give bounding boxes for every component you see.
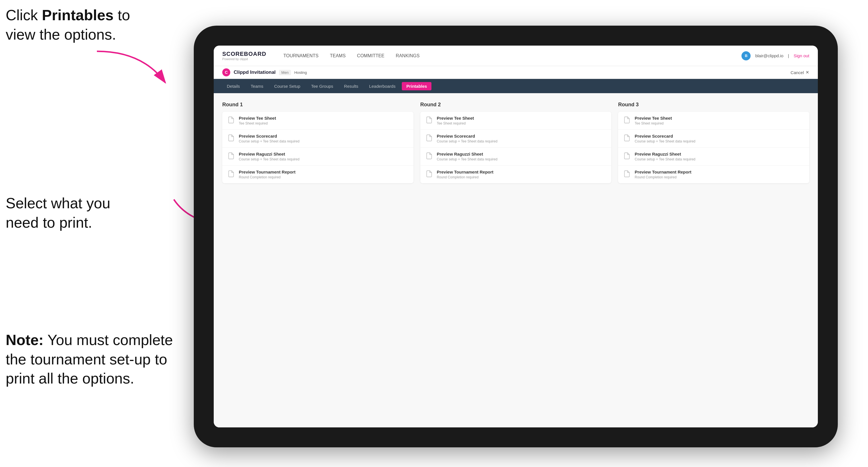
r1-report-title: Preview Tournament Report — [239, 169, 296, 175]
round-2-raguzzi[interactable]: Preview Raguzzi Sheet Course setup + Tee… — [420, 148, 612, 165]
nav-teams[interactable]: TEAMS — [330, 52, 346, 60]
instruction-bottom: Note: You must complete the tournament s… — [6, 331, 182, 388]
logo-subtitle: Powered by clippd — [222, 57, 266, 61]
logo-area: SCOREBOARD Powered by clippd — [222, 51, 266, 61]
tablet-screen: SCOREBOARD Powered by clippd TOURNAMENTS… — [214, 45, 818, 427]
round-3-title: Round 3 — [618, 102, 809, 108]
document-icon — [426, 116, 433, 124]
document-icon — [227, 116, 235, 124]
r2-tee-title: Preview Tee Sheet — [437, 116, 474, 121]
user-email: blair@clippd.io — [755, 53, 783, 58]
r1-raguzzi-subtitle: Course setup + Tee Sheet data required — [239, 157, 300, 161]
document-icon — [426, 152, 433, 160]
document-icon — [227, 134, 235, 142]
instruction-middle: Select what youneed to print. — [6, 194, 110, 232]
r3-tee-title: Preview Tee Sheet — [634, 116, 672, 121]
subnav-details[interactable]: Details — [222, 82, 245, 90]
pipe-separator: | — [788, 53, 789, 58]
round-2-tournament-report[interactable]: Preview Tournament Report Round Completi… — [420, 165, 612, 183]
round-1-section: Round 1 Preview Tee Sheet Tee Sheet requ… — [222, 102, 413, 183]
round-1-tee-sheet[interactable]: Preview Tee Sheet Tee Sheet required — [222, 112, 413, 130]
round-3-scorecard[interactable]: Preview Scorecard Course setup + Tee She… — [618, 130, 809, 148]
logo-title: SCOREBOARD — [222, 51, 266, 57]
round-3-tournament-report[interactable]: Preview Tournament Report Round Completi… — [618, 165, 809, 183]
r2-raguzzi-subtitle: Course setup + Tee Sheet data required — [437, 157, 498, 161]
r2-scorecard-title: Preview Scorecard — [437, 134, 498, 138]
printables-bold: Printables — [42, 7, 114, 23]
tournament-bar: C Clippd Invitational Men Hosting Cancel… — [214, 66, 818, 79]
r1-report-subtitle: Round Completion required — [239, 175, 296, 179]
nav-committee[interactable]: COMMITTEE — [357, 52, 384, 60]
r1-tee-title: Preview Tee Sheet — [239, 116, 276, 121]
arrow-top — [86, 45, 177, 91]
r3-raguzzi-title: Preview Raguzzi Sheet — [634, 152, 695, 156]
round-1-tournament-report[interactable]: Preview Tournament Report Round Completi… — [222, 165, 413, 183]
round-1-cards: Preview Tee Sheet Tee Sheet required Pre… — [222, 112, 413, 183]
cancel-button[interactable]: Cancel ✕ — [790, 70, 809, 75]
note-bold: Note: — [6, 332, 43, 348]
round-2-cards: Preview Tee Sheet Tee Sheet required Pre… — [420, 112, 612, 183]
r1-scorecard-subtitle: Course setup + Tee Sheet data required — [239, 139, 300, 143]
document-icon — [623, 152, 631, 160]
main-nav: TOURNAMENTS TEAMS COMMITTEE RANKINGS — [283, 52, 730, 60]
document-icon — [623, 170, 631, 178]
cancel-label: Cancel — [790, 70, 804, 75]
document-icon — [426, 134, 433, 142]
round-1-scorecard[interactable]: Preview Scorecard Course setup + Tee She… — [222, 130, 413, 148]
r1-tee-subtitle: Tee Sheet required — [239, 121, 276, 125]
tournament-logo: C — [222, 68, 230, 76]
r2-raguzzi-title: Preview Raguzzi Sheet — [437, 152, 498, 156]
document-icon — [426, 170, 433, 178]
round-2-title: Round 2 — [420, 102, 612, 108]
round-3-cards: Preview Tee Sheet Tee Sheet required Pre… — [618, 112, 809, 183]
round-3-section: Round 3 Preview Tee Sheet Tee Sheet requ… — [618, 102, 809, 183]
hosting-badge: Hosting — [294, 70, 307, 75]
r3-report-subtitle: Round Completion required — [634, 175, 691, 179]
r2-report-subtitle: Round Completion required — [437, 175, 494, 179]
document-icon — [227, 152, 235, 160]
user-avatar: B — [742, 51, 751, 60]
r3-scorecard-title: Preview Scorecard — [634, 134, 695, 138]
r2-tee-subtitle: Tee Sheet required — [437, 121, 474, 125]
round-2-section: Round 2 Preview Tee Sheet Tee Sheet requ… — [420, 102, 612, 183]
r1-raguzzi-title: Preview Raguzzi Sheet — [239, 152, 300, 156]
r1-scorecard-title: Preview Scorecard — [239, 134, 300, 138]
subnav-printables[interactable]: Printables — [402, 82, 432, 90]
round-2-scorecard[interactable]: Preview Scorecard Course setup + Tee She… — [420, 130, 612, 148]
top-nav-right: B blair@clippd.io | Sign out — [742, 51, 809, 60]
round-2-tee-sheet[interactable]: Preview Tee Sheet Tee Sheet required — [420, 112, 612, 130]
round-3-raguzzi[interactable]: Preview Raguzzi Sheet Course setup + Tee… — [618, 148, 809, 165]
round-3-tee-sheet[interactable]: Preview Tee Sheet Tee Sheet required — [618, 112, 809, 130]
nav-rankings[interactable]: RANKINGS — [396, 52, 420, 60]
instruction-top: Click Printables toview the options. — [6, 6, 130, 44]
subnav-leaderboards[interactable]: Leaderboards — [365, 82, 400, 90]
r3-scorecard-subtitle: Course setup + Tee Sheet data required — [634, 139, 695, 143]
main-content: Round 1 Preview Tee Sheet Tee Sheet requ… — [214, 93, 818, 427]
tournament-badge: Men — [279, 70, 291, 75]
r2-report-title: Preview Tournament Report — [437, 169, 494, 175]
round-1-title: Round 1 — [222, 102, 413, 108]
document-icon — [623, 116, 631, 124]
tournament-name: Clippd Invitational — [234, 69, 276, 75]
round-1-raguzzi[interactable]: Preview Raguzzi Sheet Course setup + Tee… — [222, 148, 413, 165]
subnav-course-setup[interactable]: Course Setup — [270, 82, 305, 90]
r3-report-title: Preview Tournament Report — [634, 169, 691, 175]
subnav-teams[interactable]: Teams — [246, 82, 268, 90]
r3-raguzzi-subtitle: Course setup + Tee Sheet data required — [634, 157, 695, 161]
nav-tournaments[interactable]: TOURNAMENTS — [283, 52, 318, 60]
rounds-grid: Round 1 Preview Tee Sheet Tee Sheet requ… — [222, 102, 809, 183]
sign-out-link[interactable]: Sign out — [794, 53, 809, 58]
r3-tee-subtitle: Tee Sheet required — [634, 121, 672, 125]
r2-scorecard-subtitle: Course setup + Tee Sheet data required — [437, 139, 498, 143]
cancel-icon: ✕ — [806, 70, 809, 75]
document-icon — [227, 170, 235, 178]
subnav-tee-groups[interactable]: Tee Groups — [307, 82, 338, 90]
document-icon — [623, 134, 631, 142]
top-nav: SCOREBOARD Powered by clippd TOURNAMENTS… — [214, 45, 818, 66]
subnav-results[interactable]: Results — [339, 82, 363, 90]
tablet-frame: SCOREBOARD Powered by clippd TOURNAMENTS… — [194, 26, 838, 447]
sub-nav: Details Teams Course Setup Tee Groups Re… — [214, 79, 818, 93]
